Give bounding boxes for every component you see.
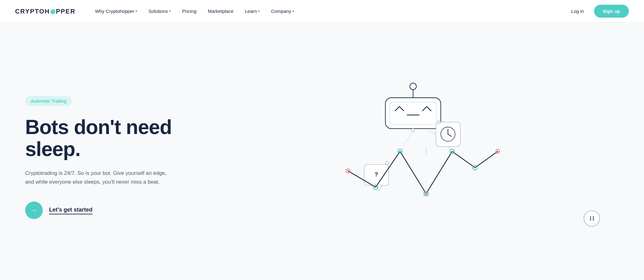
svg-text:?: ?	[375, 171, 378, 178]
nav-label-pricing: Pricing	[182, 8, 197, 14]
nav-item-why[interactable]: Why Cryptohopper ▾	[91, 6, 142, 16]
chevron-down-icon: ▾	[292, 9, 294, 13]
svg-point-9	[411, 129, 414, 132]
pause-bar-right	[593, 216, 594, 221]
chart-lines	[346, 130, 500, 196]
svg-rect-2	[386, 98, 441, 128]
nav-label-marketplace: Marketplace	[208, 8, 234, 14]
signup-button[interactable]: Sign up	[594, 5, 629, 18]
hero-badge: Automatic Trading	[25, 96, 72, 106]
nav-item-company[interactable]: Company ▾	[267, 6, 298, 16]
chevron-down-icon: ▾	[169, 9, 171, 13]
nav-item-marketplace[interactable]: Marketplace	[203, 6, 238, 16]
hero-content: Automatic Trading Bots don't need sleep.…	[25, 83, 214, 219]
svg-line-10	[428, 130, 436, 134]
logo-text: CRYPTOH◉PPER	[15, 8, 75, 15]
nav-label-solutions: Solutions	[148, 8, 168, 14]
nav-item-solutions[interactable]: Solutions ▾	[144, 6, 175, 16]
pause-button[interactable]	[584, 210, 600, 227]
robot-chart-svg: ?	[325, 67, 508, 236]
nav-item-pricing[interactable]: Pricing	[178, 6, 201, 16]
svg-point-26	[386, 161, 389, 164]
cta-label[interactable]: Let's get started	[49, 207, 92, 214]
cta-row: → Let's get started	[25, 202, 214, 219]
chevron-down-icon: ▾	[136, 9, 137, 13]
pause-icon	[590, 216, 594, 221]
hero-title: Bots don't need sleep.	[25, 116, 214, 160]
hero-description: Cryptotrading is 24/7. So is your bot. G…	[25, 169, 176, 186]
arrow-right-icon: →	[31, 207, 37, 214]
svg-line-21	[400, 130, 413, 151]
nav-label-learn: Learn	[245, 8, 257, 14]
hero-illustration: ?	[214, 57, 619, 245]
navigation: CRYPTOH◉PPER Why Cryptohopper ▾ Solution…	[0, 0, 644, 23]
logo[interactable]: CRYPTOH◉PPER	[15, 8, 75, 15]
hero-section: Automatic Trading Bots don't need sleep.…	[0, 23, 644, 280]
logo-dot: ◉	[50, 8, 56, 15]
nav-item-learn[interactable]: Learn ▾	[241, 6, 264, 16]
robot-body	[386, 83, 441, 129]
login-button[interactable]: Log in	[566, 6, 589, 16]
nav-links: Why Cryptohopper ▾ Solutions ▾ Pricing M…	[91, 6, 566, 16]
chevron-down-icon: ▾	[258, 9, 260, 13]
nav-right: Log in Sign up	[566, 5, 629, 18]
svg-point-0	[410, 83, 416, 90]
pause-bar-left	[590, 216, 591, 221]
cta-button[interactable]: →	[25, 202, 43, 219]
nav-label-why: Why Cryptohopper	[95, 8, 134, 14]
nav-label-company: Company	[271, 8, 291, 14]
